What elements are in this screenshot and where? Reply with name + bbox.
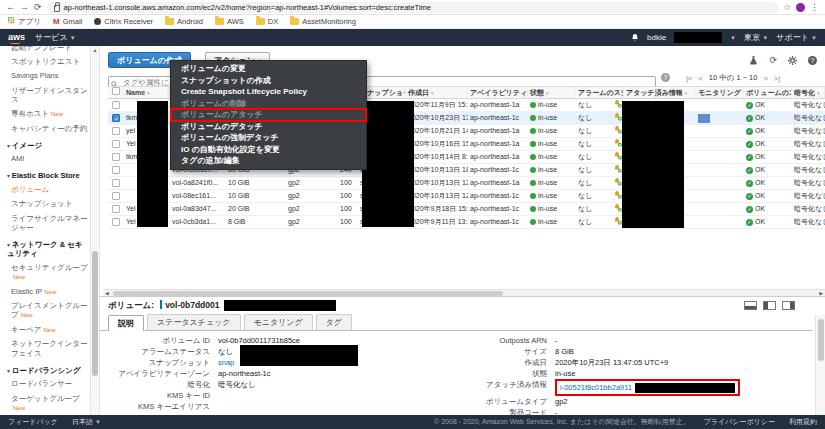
next-page-button[interactable]: > [763,74,767,83]
sidebar-item-起動テンプレート[interactable]: 起動テンプレート [7,46,90,54]
address-bar[interactable]: ap-northeast-1.console.aws.amazon.com/ec… [47,2,778,13]
menu-item-ボリュームの強制デタッチ[interactable]: ボリュームの強制デタッチ [171,132,366,144]
account-menu[interactable]: bdkie [647,33,666,42]
row-checkbox[interactable] [112,179,120,187]
row-checkbox[interactable] [112,166,120,174]
tab-ステータスチェック[interactable]: ステータスチェック [147,314,241,330]
back-icon[interactable]: ← [6,3,15,12]
table-header-cell[interactable]: アラームのステー ▾ [576,87,624,98]
alarm-bell-icon[interactable] [613,164,622,176]
sidebar-item-スナップショット[interactable]: スナップショット [7,197,90,211]
alarm-bell-icon[interactable] [613,203,622,215]
table-header-cell[interactable]: 暗号化 ▾ [792,87,825,98]
help-icon[interactable]: ? [808,56,817,65]
sidebar-item-キャパシティーの予約[interactable]: キャパシティーの予約 [7,121,90,135]
row-checkbox[interactable] [112,101,120,109]
row-checkbox[interactable] [112,218,120,226]
scroll-up-icon[interactable]: ▲ [91,47,99,53]
sidebar-item-プレイスメントグループ[interactable]: プレイスメントグループNew [7,299,90,323]
menu-item-スナップショットの作成[interactable]: スナップショットの作成 [171,75,366,87]
sidebar-item-セキュリティグループ[interactable]: セキュリティグループNew [7,260,90,284]
notifications-bell-icon[interactable] [631,33,639,42]
bookmark-item[interactable]: アプリ [8,17,41,27]
panel-scrollbar[interactable] [815,315,825,415]
layout-right-icon[interactable] [782,301,795,310]
menu-item-タグの追加/編集[interactable]: タグの追加/編集 [171,155,366,167]
last-page-button[interactable]: >| [774,74,780,83]
menu-item-ボリュームの変更[interactable]: ボリュームの変更 [171,63,366,75]
table-header-cell[interactable]: 作成日 ▾ [406,87,468,98]
menu-item-ボリュームのアタッチ[interactable]: ボリュームのアタッチ [171,109,366,121]
alarm-bell-icon[interactable] [613,216,622,228]
snapshot-link[interactable]: snap [218,357,234,368]
horizontal-scrollbar[interactable]: ◀ ▶ [103,289,825,296]
bookmark-star-icon[interactable]: ☆ [783,2,791,12]
table-row[interactable]: Yelvol-0a83d47...20 GiBgp2100snap2020年9月… [108,203,825,216]
sidebar-item-専有ホスト[interactable]: 専有ホストNew [7,107,90,122]
sidebar-item-ロードバランサー[interactable]: ロードバランサー [7,377,90,391]
table-header-cell[interactable]: Name ▾ [124,87,170,98]
tab-モニタリング[interactable]: モニタリング [244,314,313,330]
row-checkbox[interactable] [112,205,120,213]
scroll-thumb[interactable] [92,251,98,376]
alarm-bell-icon[interactable] [613,138,622,150]
alarm-bell-icon[interactable] [613,99,622,111]
sidebar-item-キーペア[interactable]: キーペアNew [7,322,90,337]
alarm-bell-icon[interactable] [613,151,622,163]
sidebar-item-ボリューム[interactable]: ボリューム [7,183,90,197]
language-selector[interactable]: 日本語 ▼ [72,417,101,427]
instance-link[interactable]: i-00521f8c01bb2a911 [560,382,632,393]
table-row[interactable]: vol-0a8241f0...10 GiBgp2100snap2020年10月1… [108,177,825,190]
aws-logo[interactable]: aws [8,32,25,43]
sidebar-item-ネットワークインターフェイス[interactable]: ネットワークインターフェイス [7,337,90,361]
panel-scroll-thumb[interactable] [818,319,824,361]
row-checkbox[interactable] [112,114,120,122]
alarm-bell-icon[interactable] [613,190,622,202]
row-checkbox[interactable] [112,153,120,161]
row-checkbox[interactable] [112,127,120,135]
header-checkbox[interactable] [112,87,120,95]
layout-left-icon[interactable] [763,301,776,310]
tab-タグ[interactable]: タグ [316,314,352,330]
table-header-cell[interactable]: アベイラビリティー.. ▾ [468,87,528,98]
profile-avatar[interactable] [796,3,805,12]
table-header-cell[interactable]: アタッチ済み情報 ▾ [624,87,696,98]
menu-item-ボリュームのデタッチ[interactable]: ボリュームのデタッチ [171,121,366,133]
first-page-button[interactable]: |< [686,74,692,83]
table-header-cell[interactable]: モニタリング ▾ [696,87,744,98]
menu-item-ボリュームの削除[interactable]: ボリュームの削除 [171,98,366,110]
privacy-link[interactable]: プライバシーポリシー [704,417,775,427]
sidebar-item-ターゲットグループ[interactable]: ターゲットグループNew [7,391,90,415]
sidebar-item-Elastic-IP[interactable]: Elastic IPNew [7,284,90,299]
bookmark-item[interactable]: MGmail [53,17,82,26]
menu-item-IO-の自動有効化設定を変更[interactable]: IO の自動有効化設定を変更 [171,144,366,156]
sidebar-scrollbar[interactable]: ▲ [90,46,100,415]
forward-icon[interactable]: → [20,3,29,12]
layout-bottom-icon[interactable] [744,301,757,310]
reload-icon[interactable]: ⟳ [34,3,42,12]
alarm-bell-icon[interactable] [613,177,622,189]
support-menu[interactable]: サポート ▼ [776,32,817,43]
row-checkbox[interactable] [112,192,120,200]
bookmark-item[interactable]: Citrix Receiver [94,17,153,26]
alarm-bell-icon[interactable] [613,125,622,137]
sidebar-item-リザーブドインスタンス[interactable]: リザーブドインスタンス [7,83,90,107]
prev-page-button[interactable]: < [698,74,702,83]
sidebar-item-スポットリクエスト[interactable]: スポットリクエスト [7,54,90,68]
table-header-cell[interactable]: ボリュームのス.. ▾ [744,87,792,98]
terms-link[interactable]: 利用規約 [789,417,817,427]
browser-menu-icon[interactable]: ⋮ [810,3,819,12]
sidebar-item-AMI[interactable]: AMI [7,152,90,166]
new-experience-flask-icon[interactable] [749,55,758,65]
bookmark-item[interactable]: AWS [215,17,244,26]
table-header-cell[interactable]: 状態 ▾ [528,87,576,98]
sidebar-item-ライフサイクルマネージャー[interactable]: ライフサイクルマネージャー [7,211,90,235]
help-badge-icon[interactable]: ? [661,73,670,82]
refresh-icon[interactable]: ⟳ [769,55,777,65]
alarm-bell-icon[interactable] [613,112,622,124]
tab-説明[interactable]: 説明 [108,315,144,331]
bookmark-item[interactable]: Android [165,17,203,26]
bookmark-item[interactable]: AssetMonitoring [290,17,356,26]
sidebar-item-Savings-Plans[interactable]: Savings Plans [7,69,90,83]
table-row[interactable]: vol-08ec161...10 GiBgp2100snap2020年10月13… [108,190,825,203]
